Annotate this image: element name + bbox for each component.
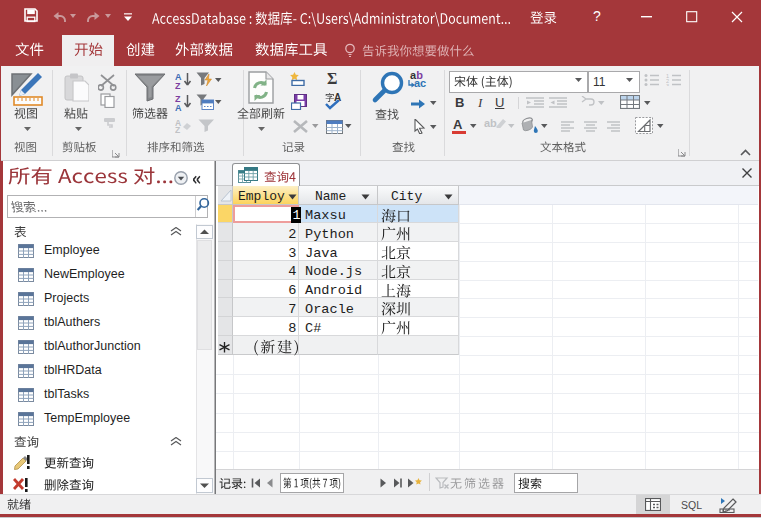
svg-text:Z: Z — [175, 81, 181, 89]
svg-text:Z: Z — [175, 125, 180, 133]
svg-text:A: A — [175, 103, 182, 111]
svg-text:3: 3 — [666, 83, 669, 87]
